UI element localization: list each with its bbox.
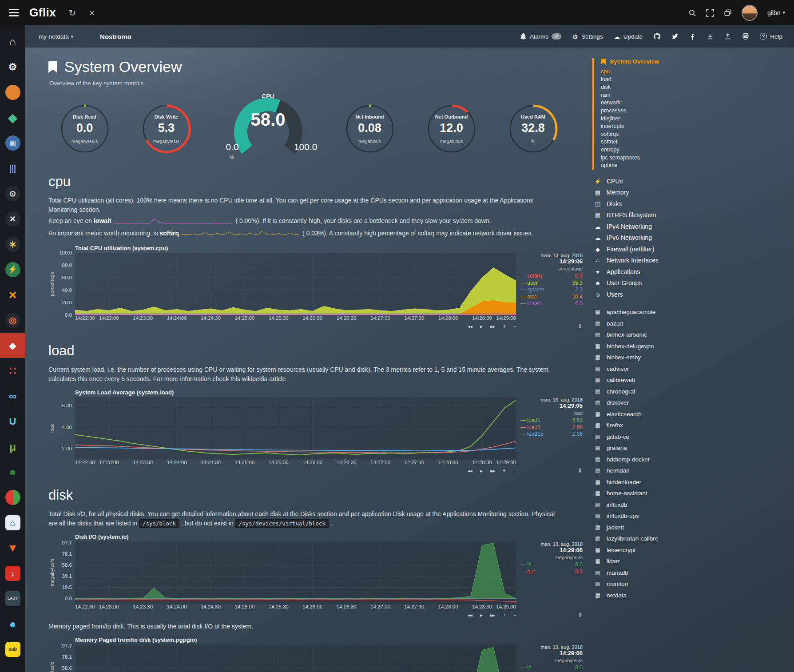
close-icon[interactable]: ×	[89, 8, 95, 17]
chart-plot-area[interactable]	[75, 541, 516, 604]
nav-item-diskover[interactable]: ▦diskover	[594, 397, 783, 409]
nav-item-disk[interactable]: disk	[601, 84, 783, 91]
help-button[interactable]: ? Help	[760, 33, 782, 40]
nav-item-calibreweb[interactable]: ▦calibreweb	[594, 374, 783, 386]
nav-item-memory[interactable]: ▤Memory	[594, 187, 783, 199]
sidebar-app-settings[interactable]: ⚙	[0, 54, 25, 80]
chart-plot-area[interactable]	[75, 253, 516, 315]
sidebar-app-green-bolt-app[interactable]: ⚡	[0, 257, 25, 282]
sidebar-app-red-dots-app[interactable]: ∷	[0, 358, 25, 383]
pan-left-button[interactable]: ◂◂	[468, 612, 472, 618]
search-icon[interactable]	[688, 9, 696, 17]
nav-item-binhex-emby[interactable]: ▦binhex-emby	[594, 352, 783, 363]
pan-right-button[interactable]: ▸▸	[490, 612, 495, 618]
nav-item-softirqs[interactable]: softirqs	[601, 131, 783, 139]
sidebar-app-blue-cluster-app[interactable]: ∞	[0, 383, 25, 409]
nav-item-ram[interactable]: ram	[601, 91, 783, 99]
nav-item-binhex-airsonic[interactable]: ▦binhex-airsonic	[594, 329, 783, 341]
sidebar-app-green-diamond-app[interactable]: ◆	[0, 105, 25, 130]
nav-item-idlejitter[interactable]: idlejitter	[601, 115, 783, 123]
legend-series-load5[interactable]: — load52.68	[520, 424, 583, 431]
nav-item-load[interactable]: load	[601, 76, 783, 84]
legend-series-out[interactable]: — out-5.3	[520, 569, 583, 576]
sidebar-app-blue-circle-app[interactable]: ▣	[0, 130, 25, 155]
nav-item-firefox[interactable]: ▦firefox	[594, 420, 783, 431]
nav-item-hiddenloader[interactable]: ▦hiddenloader	[594, 477, 783, 488]
print-button[interactable]	[742, 33, 749, 40]
sidebar-app-multicolor-x-app[interactable]: ×	[0, 282, 25, 307]
nav-item-network-interfaces[interactable]: ∴Network Interfaces	[594, 255, 783, 266]
play-button[interactable]: ▸	[480, 323, 482, 330]
sidebar-app-gitlab-app[interactable]: ▼	[0, 535, 25, 561]
nav-item-ipc-semaphores[interactable]: ipc semaphores	[601, 154, 783, 162]
sidebar-app-pills-app[interactable]	[0, 485, 25, 510]
legend-series-user[interactable]: — user35.3	[520, 280, 583, 287]
sidebar-app-red-shield-app[interactable]: ◆	[0, 333, 25, 358]
sidebar-app-home[interactable]: ⌂	[0, 29, 25, 54]
nav-item-disks[interactable]: ◫Disks	[594, 199, 783, 210]
chart-plot-area[interactable]	[75, 644, 516, 672]
pan-left-button[interactable]: ◂◂	[468, 468, 472, 474]
nav-item-grafana[interactable]: ▦grafana	[594, 442, 783, 454]
gauge-disk-write[interactable]: Disk Write5.3megabytes/s	[140, 102, 193, 155]
nav-item-influxdb[interactable]: ▦influxdb	[594, 499, 783, 511]
nav-item-ipv6-networking[interactable]: ☁IPv6 Networking	[594, 232, 783, 244]
nav-item-binhex-delugevpn[interactable]: ▦binhex-delugevpn	[594, 341, 783, 352]
sidebar-app-purple-bars-app[interactable]: |||	[0, 155, 25, 181]
nav-item-entropy[interactable]: entropy	[601, 146, 783, 154]
sidebar-app-lazylibrarian-app[interactable]: LAZY	[0, 586, 25, 611]
nav-item-heimdall[interactable]: ▦heimdall	[594, 465, 783, 477]
gauge-net-outbound[interactable]: Net Outbound12.0megabits/s	[425, 102, 478, 155]
update-button[interactable]: ☁ Update	[614, 33, 643, 40]
nav-item-firewall-netfilter[interactable]: ◆Firewall (netfilter)	[594, 244, 783, 255]
user-avatar[interactable]	[742, 5, 758, 21]
chart-resize-handle[interactable]: ⇕	[516, 612, 583, 618]
nav-item-cadvisor[interactable]: ▦cadvisor	[594, 363, 783, 375]
hamburger-menu-icon[interactable]	[9, 7, 20, 18]
nav-item-jackett[interactable]: ▦jackett	[594, 522, 783, 533]
sidebar-app-red-arrow-app[interactable]: ↓	[0, 561, 25, 586]
nav-item-btrfs-filesystem[interactable]: ▦BTRFS filesystem	[594, 210, 783, 221]
fullscreen-icon[interactable]	[706, 9, 714, 17]
sidebar-app-teal-u-app[interactable]: U	[0, 409, 25, 434]
zoom-in-button[interactable]: +	[503, 612, 505, 618]
nav-item-gitlab-ce[interactable]: ▦gitlab-ce	[594, 431, 783, 443]
nav-item-home-assistant[interactable]: ▦home-assistant	[594, 488, 783, 499]
nav-item-cpus[interactable]: ⚡CPUs	[594, 176, 783, 187]
sidebar-app-magnifier-app[interactable]: ⊙	[0, 181, 25, 206]
windows-icon[interactable]	[724, 9, 732, 17]
legend-series-softirq[interactable]: — softirq0.0	[520, 273, 583, 280]
sidebar-app-orange-circle-app[interactable]	[0, 80, 25, 105]
nav-item-softnet[interactable]: softnet	[601, 138, 783, 146]
nav-item-lazylibrarian-calibre[interactable]: ▦lazylibrarian-calibre	[594, 533, 783, 545]
refresh-icon[interactable]: ↻	[68, 8, 76, 17]
upload-button[interactable]	[724, 33, 731, 40]
sidebar-app-home-tile-app[interactable]: ⌂	[0, 510, 25, 535]
github-button[interactable]	[653, 33, 660, 40]
legend-series-load1[interactable]: — load16.51	[520, 417, 583, 424]
play-button[interactable]: ▸	[480, 612, 482, 618]
nav-item-letsencrypt[interactable]: ▦letsencrypt	[594, 545, 783, 556]
nav-item-chronograf[interactable]: ▦chronograf	[594, 386, 783, 398]
pan-left-button[interactable]: ◂◂	[468, 323, 472, 330]
chart-plot-area[interactable]	[75, 397, 516, 459]
zoom-in-button[interactable]: +	[503, 323, 505, 330]
sidebar-app-blue-drop-app[interactable]: ●	[0, 611, 25, 636]
play-button[interactable]: ▸	[480, 468, 482, 474]
sidebar-app-green-mu-app[interactable]: µ	[0, 434, 25, 459]
nav-item-netdata[interactable]: ▦netdata	[594, 590, 783, 601]
nav-item-bazarr[interactable]: ▦bazarr	[594, 318, 783, 330]
nav-item-system-overview[interactable]: System Overview	[601, 58, 783, 65]
nav-item-monitorr[interactable]: ▦monitorr	[594, 578, 783, 590]
legend-series-in[interactable]: — in0.0	[520, 561, 583, 569]
nav-item-mariadb[interactable]: ▦mariadb	[594, 567, 783, 579]
nav-item-applications[interactable]: ♥Applications	[594, 266, 783, 278]
nav-item-user-groups[interactable]: ☻User Groups	[594, 278, 783, 289]
nav-item-hddtemp-docker[interactable]: ▦hddtemp-docker	[594, 454, 783, 465]
legend-series-in[interactable]: — in0.0	[520, 664, 583, 672]
twitter-button[interactable]	[671, 33, 678, 40]
nav-item-lidarr[interactable]: ▦lidarr	[594, 556, 783, 567]
nav-item-influxdb-ups[interactable]: ▦influxdb-ups	[594, 510, 783, 522]
download-button[interactable]	[707, 33, 714, 40]
facebook-button[interactable]	[689, 33, 696, 40]
